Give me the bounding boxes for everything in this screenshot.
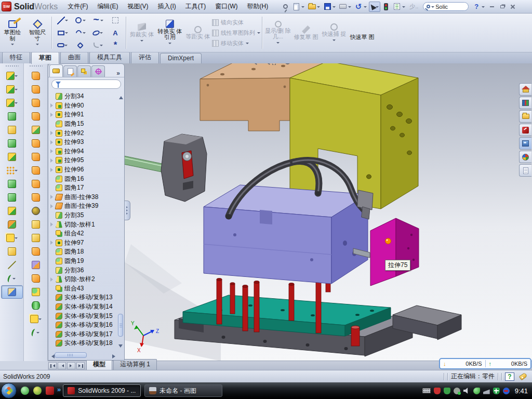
chevron-down-icon[interactable] <box>301 6 304 9</box>
search-box[interactable]: Solic <box>423 2 469 11</box>
taskpane-file-explorer-button[interactable] <box>519 110 531 123</box>
tab-评估[interactable]: 评估 <box>131 51 159 63</box>
tree-item[interactable]: 圆角16 <box>49 174 117 183</box>
tree-item[interactable]: 分割34 <box>49 92 117 101</box>
tab-scroll-right-button[interactable] <box>67 362 75 369</box>
tab-scroll-first-button[interactable] <box>48 362 57 369</box>
feature-combine-button[interactable] <box>1 204 23 218</box>
solidworks-icon[interactable] <box>46 387 54 395</box>
cmd-repair-button[interactable]: 修复草 图 <box>292 24 320 41</box>
sketch-slot-button[interactable] <box>54 39 71 51</box>
tree-item[interactable]: 实体-移动/复制16 <box>49 321 117 330</box>
cmd-mirror-button[interactable]: 镜向实体 <box>212 18 260 27</box>
feature-extrude-boss-button[interactable] <box>1 69 23 83</box>
chevron-down-icon[interactable] <box>64 45 68 48</box>
cmd-offset-button[interactable]: 等距实 体 <box>184 25 212 41</box>
menu-item[interactable]: 编辑(E) <box>92 0 123 13</box>
doc-tab-模型[interactable]: 模型 <box>86 359 112 370</box>
tree-item[interactable]: 分割36 <box>49 265 117 275</box>
tag-icon[interactable] <box>519 373 528 380</box>
expand-arrow-icon[interactable] <box>50 204 55 208</box>
tab-模具工具[interactable]: 模具工具 <box>89 51 130 63</box>
interference-check-button[interactable] <box>381 2 391 11</box>
options-button[interactable] <box>392 2 402 11</box>
expand-arrow-icon[interactable] <box>50 158 55 163</box>
tree-item[interactable]: 拉伸93 <box>49 138 117 147</box>
select-tool-button[interactable] <box>369 2 380 12</box>
tree-vertical-scrollbar[interactable] <box>118 93 124 351</box>
save-button[interactable] <box>322 2 332 11</box>
chevron-down-icon[interactable] <box>482 6 485 9</box>
chevron-down-icon[interactable] <box>36 44 39 47</box>
chevron-down-icon[interactable] <box>100 32 103 35</box>
tree-item[interactable]: 拉伸94 <box>49 147 117 156</box>
feature-plane-button[interactable] <box>1 245 23 258</box>
feature-wrap-button[interactable] <box>1 150 23 164</box>
surface-reference-plane-button[interactable] <box>25 312 47 326</box>
menu-item[interactable]: 窗口(W) <box>210 0 242 13</box>
cmd-display-delete-button[interactable]: 显示/删 除几... <box>264 20 292 46</box>
feature-extrude-cut-button[interactable] <box>1 83 23 96</box>
messenger-icon[interactable] <box>21 387 29 395</box>
chevron-down-icon[interactable] <box>100 45 103 48</box>
surface-fillet-surface-button[interactable] <box>25 285 47 299</box>
chevron-down-icon[interactable] <box>38 318 42 322</box>
feature-move-body-button[interactable] <box>1 218 23 231</box>
surface-swept-surface-button[interactable] <box>25 69 47 83</box>
input-method-icon[interactable] <box>422 388 431 393</box>
taskpane-custom-properties-button[interactable] <box>519 164 531 177</box>
chevron-down-icon[interactable] <box>36 332 39 335</box>
tree-item[interactable]: 组合43 <box>49 284 117 293</box>
chevron-down-icon[interactable] <box>140 40 143 43</box>
tree-item[interactable]: 实体-移动/复制17 <box>49 329 117 339</box>
sketch-arc-button[interactable] <box>71 26 89 39</box>
chevron-down-icon[interactable] <box>15 102 18 105</box>
chevron-down-icon[interactable] <box>65 20 68 23</box>
taskpane-design-library-button[interactable] <box>519 97 531 109</box>
surface-move-face-button[interactable] <box>25 245 47 258</box>
tree-item[interactable]: 实体-移动/复制13 <box>49 293 117 302</box>
chevron-down-icon[interactable] <box>83 32 86 35</box>
chevron-down-icon[interactable] <box>15 237 18 241</box>
taskpane-solidworks-search-button[interactable] <box>519 124 531 136</box>
tree-item[interactable]: 实体-移动/复制14 <box>49 302 117 312</box>
surface-ruled-surface-button[interactable] <box>25 191 47 204</box>
tree-item[interactable]: 拉伸91 <box>49 110 117 119</box>
tab-propertymanager[interactable] <box>63 65 77 77</box>
chevron-down-icon[interactable] <box>15 75 18 78</box>
surface-revolved-surface-button[interactable] <box>25 83 47 96</box>
menu-item[interactable]: 帮助(H) <box>242 0 273 13</box>
search-scope-chevron-icon[interactable] <box>431 6 434 9</box>
chevron-down-icon[interactable] <box>15 170 18 173</box>
expand-arrow-icon[interactable] <box>50 222 55 227</box>
wireless-warning-icon[interactable] <box>483 388 490 394</box>
surface-delete-face-button[interactable] <box>25 204 47 218</box>
chevron-down-icon[interactable] <box>168 43 171 46</box>
scroll-up-icon[interactable] <box>119 94 123 99</box>
taskpane-view-palette-button[interactable] <box>519 137 531 150</box>
sync-blocked-icon[interactable] <box>503 388 510 394</box>
sprue-block[interactable] <box>161 134 207 202</box>
scroll-down-icon[interactable] <box>118 344 123 350</box>
tree-item[interactable]: 拉伸90 <box>49 101 117 111</box>
quick-tips-button[interactable]: ? <box>505 373 514 381</box>
surface-replace-face-button[interactable] <box>25 258 47 272</box>
chevron-down-icon[interactable] <box>11 44 14 47</box>
cmd-linear-pattern-button[interactable]: 线性草图阵列 <box>212 29 260 37</box>
tree-item[interactable]: 圆角17 <box>49 183 117 193</box>
tree-item[interactable]: 圆角19 <box>49 257 117 266</box>
sketch-sketch-fillet-button[interactable] <box>89 39 107 51</box>
security-plus-icon[interactable] <box>493 388 500 394</box>
tree-item[interactable]: 拉伸97 <box>49 238 117 248</box>
tree-item[interactable]: 实体-移动/复制15 <box>49 311 117 321</box>
panel-chevron[interactable]: » <box>113 70 123 77</box>
tree-item[interactable]: 拉伸95 <box>49 156 117 165</box>
cmd-sketch-button[interactable]: 草图绘 制 <box>0 18 25 48</box>
tree-item[interactable]: 组合42 <box>49 229 117 238</box>
cmd-trim-button[interactable]: 剪裁实 体 <box>128 22 156 44</box>
defense-shield-icon[interactable] <box>444 388 450 394</box>
expand-arrow-icon[interactable] <box>50 149 55 153</box>
sketch-polygon-button[interactable] <box>71 39 89 51</box>
feature-swept-boss-button[interactable] <box>1 110 23 123</box>
expand-arrow-icon[interactable] <box>50 241 55 245</box>
